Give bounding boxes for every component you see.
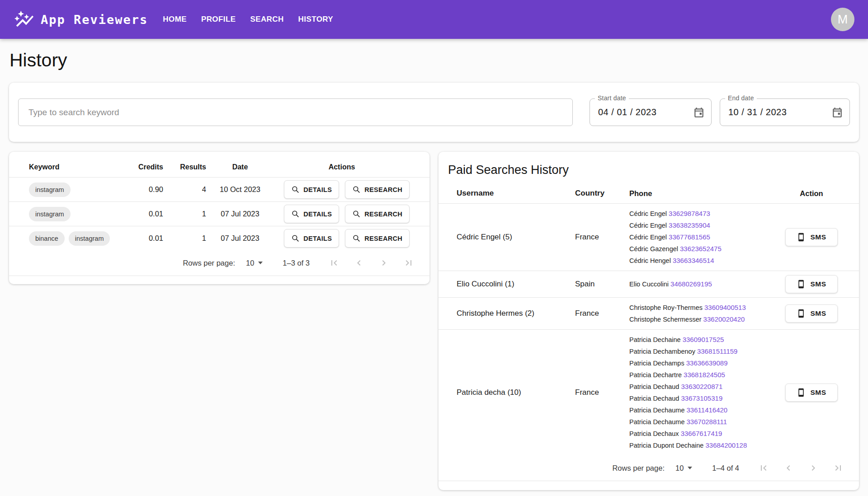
- rows-per-page-select[interactable]: 10: [675, 464, 692, 473]
- start-date-value[interactable]: 04 / 01 / 2023: [598, 107, 693, 117]
- history-pagination: Rows per page: 10 1–3 of 3: [9, 250, 429, 276]
- keyword-chip: instagram: [29, 182, 71, 197]
- first-page-button[interactable]: [758, 463, 769, 473]
- phone-number-link[interactable]: 33684200128: [705, 441, 747, 449]
- phone-entry: Patricia Dechaume 33670288111: [629, 416, 778, 428]
- rows-per-page-label: Rows per page:: [183, 259, 235, 267]
- table-row: Elio Cuccolini (1) Spain Elio Cuccolini …: [439, 271, 859, 297]
- previous-page-button[interactable]: [354, 257, 364, 268]
- phone-number-link[interactable]: 33681511159: [697, 347, 738, 355]
- phone-entry: Patricia Dechaud 33673105319: [629, 393, 778, 404]
- research-button[interactable]: RESEARCH: [345, 180, 410, 199]
- rows-per-page-select[interactable]: 10: [246, 259, 263, 267]
- credits-cell: 0.90: [123, 185, 163, 194]
- divider: [9, 276, 429, 276]
- phone-entry: Christophe Roy-Thermes 33609400513: [629, 302, 778, 314]
- pagination-range: 1–3 of 3: [283, 259, 310, 267]
- search-icon: [352, 234, 361, 243]
- phone-number-link[interactable]: 33663346514: [673, 257, 714, 264]
- start-date-calendar-button[interactable]: [693, 107, 705, 118]
- research-button[interactable]: RESEARCH: [345, 229, 410, 248]
- phone-number-link[interactable]: 33681824505: [684, 371, 725, 379]
- phone-number-link[interactable]: 33620020420: [703, 315, 745, 323]
- main-nav: HOME PROFILE SEARCH HISTORY: [159, 11, 337, 28]
- brand-name: App Reviewers: [41, 13, 148, 27]
- column-header-results: Results: [163, 163, 206, 171]
- nav-item-profile[interactable]: PROFILE: [197, 11, 240, 28]
- research-button[interactable]: RESEARCH: [345, 205, 410, 223]
- phone-number-link[interactable]: 33623652475: [680, 245, 722, 253]
- username-cell: Elio Cuccolini (1): [457, 280, 575, 289]
- phone-entry: Elio Cuccolini 34680269195: [629, 278, 778, 290]
- details-button[interactable]: DETAILS: [284, 229, 339, 248]
- search-icon: [291, 234, 300, 243]
- phone-number-link[interactable]: 33611416420: [687, 406, 728, 414]
- search-icon: [291, 210, 300, 218]
- rows-per-page-label: Rows per page:: [612, 464, 665, 473]
- phone-number-link[interactable]: 34680269195: [670, 280, 712, 288]
- phone-number-link[interactable]: 33673105319: [681, 394, 722, 402]
- paid-searches-header: Username Country Phone Action: [439, 183, 859, 203]
- phone-number-link[interactable]: 33667617419: [681, 430, 722, 437]
- nav-item-search[interactable]: SEARCH: [246, 11, 288, 28]
- last-page-button[interactable]: [833, 463, 844, 473]
- table-row: Christophe Hermes (2) France Christophe …: [439, 297, 859, 329]
- search-icon: [352, 185, 361, 194]
- end-date-field[interactable]: End date 10 / 31 / 2023: [720, 98, 850, 126]
- next-page-button[interactable]: [378, 257, 389, 268]
- details-button[interactable]: DETAILS: [284, 205, 339, 223]
- nav-item-home[interactable]: HOME: [159, 11, 191, 28]
- smartphone-icon: [797, 309, 806, 318]
- column-header-action: Action: [778, 189, 845, 198]
- phone-number-link[interactable]: 33609400513: [704, 304, 746, 311]
- smartphone-icon: [797, 233, 806, 242]
- column-header-country: Country: [575, 189, 629, 198]
- avatar[interactable]: M: [831, 8, 854, 31]
- end-date-value[interactable]: 10 / 31 / 2023: [728, 107, 831, 117]
- smartphone-icon: [797, 280, 806, 289]
- phone-number-link[interactable]: 33629878473: [669, 210, 710, 217]
- credits-cell: 0.01: [123, 234, 163, 243]
- phone-number-link[interactable]: 33609017525: [683, 336, 724, 343]
- paid-searches-pagination: Rows per page: 10 1–4 of 4: [439, 455, 859, 481]
- sparkle-graph-icon: [14, 9, 34, 30]
- previous-page-button[interactable]: [783, 463, 794, 473]
- phone-entry: Patricia Dupont Dechaine 33684200128: [629, 440, 778, 451]
- smartphone-icon: [797, 388, 806, 397]
- phone-number-link[interactable]: 33636639089: [686, 359, 728, 367]
- paid-searches-card: Paid Searches History Username Country P…: [439, 152, 859, 490]
- search-icon: [291, 185, 300, 194]
- search-input[interactable]: [18, 98, 573, 126]
- app-bar: App Reviewers HOME PROFILE SEARCH HISTOR…: [0, 0, 868, 39]
- details-button[interactable]: DETAILS: [284, 180, 339, 199]
- date-cell: 10 Oct 2023: [206, 185, 274, 194]
- next-page-button[interactable]: [808, 463, 819, 473]
- brand-logo[interactable]: App Reviewers: [14, 9, 148, 30]
- sms-button[interactable]: SMS: [785, 384, 838, 402]
- phone-number-link[interactable]: 33630220871: [681, 383, 722, 390]
- first-page-button[interactable]: [329, 257, 340, 268]
- results-cell: 4: [163, 185, 206, 194]
- results-cell: 1: [163, 210, 206, 218]
- start-date-field[interactable]: Start date 04 / 01 / 2023: [590, 98, 712, 126]
- divider: [439, 481, 859, 481]
- sms-button[interactable]: SMS: [785, 228, 838, 246]
- phone-number-link[interactable]: 33677681565: [669, 233, 710, 241]
- pagination-range: 1–4 of 4: [712, 464, 739, 473]
- phone-number-link[interactable]: 33670288111: [687, 418, 727, 426]
- sms-button[interactable]: SMS: [785, 304, 838, 323]
- last-page-button[interactable]: [403, 257, 414, 268]
- dropdown-arrow-icon: [258, 262, 263, 264]
- table-row: instagram 0.90 4 10 Oct 2023 DETAILS RES…: [9, 177, 429, 201]
- sms-button[interactable]: SMS: [785, 275, 838, 293]
- nav-item-history[interactable]: HISTORY: [294, 11, 337, 28]
- start-date-label: Start date: [595, 94, 629, 102]
- phone-entry: Patricia Dechaume 33611416420: [629, 404, 778, 416]
- end-date-calendar-button[interactable]: [831, 107, 843, 118]
- phone-entry: Patricia Dechamps 33636639089: [629, 357, 778, 369]
- phone-number-link[interactable]: 33638235904: [669, 221, 710, 229]
- dropdown-arrow-icon: [688, 467, 692, 469]
- column-header-date: Date: [206, 163, 274, 171]
- phone-entry: Patricia Dechaux 33667617419: [629, 428, 778, 440]
- phone-entry: Christophe Schermesser 33620020420: [629, 314, 778, 325]
